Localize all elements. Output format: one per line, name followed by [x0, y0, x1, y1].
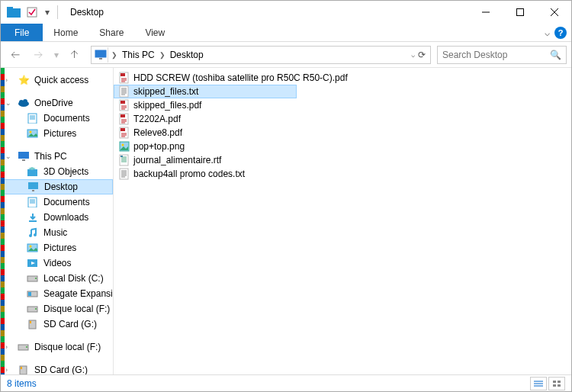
txt-file-icon	[118, 168, 130, 180]
tab-home[interactable]: Home	[43, 24, 88, 41]
separator	[57, 5, 58, 19]
png-file-icon	[118, 140, 130, 153]
sidebar-item-pictures[interactable]: Pictures	[1, 240, 113, 255]
svg-rect-17	[27, 169, 37, 176]
back-button[interactable]: 🡠	[5, 45, 25, 65]
recent-dropdown[interactable]: ▾	[51, 45, 62, 65]
file-row[interactable]: Releve8.pdf	[114, 126, 571, 140]
file-name: journal_alimentaire.rtf	[133, 155, 221, 165]
help-icon[interactable]: ?	[554, 27, 567, 39]
sidebar-item[interactable]: › Disque local (F:)	[1, 339, 113, 355]
svg-rect-16	[22, 159, 25, 161]
sidebar-item-label: 3D Objects	[43, 166, 88, 177]
sidebar-item-desktop[interactable]: Desktop	[1, 179, 113, 194]
file-row[interactable]: pop+top.png	[114, 140, 571, 153]
minimize-button[interactable]	[468, 1, 503, 24]
up-button[interactable]: 🡡	[65, 45, 85, 65]
details-view-button[interactable]	[530, 377, 547, 390]
sidebar-item-videos[interactable]: Videos	[1, 255, 113, 271]
svg-rect-22	[29, 220, 37, 222]
content-body: › ⭐ Quick access ⌄ OneDrive Documents Pi…	[1, 68, 571, 374]
close-button[interactable]	[537, 1, 571, 24]
search-box[interactable]: 🔍	[437, 46, 567, 64]
svg-point-14	[30, 131, 32, 133]
svg-point-23	[29, 234, 32, 237]
thumbnails-view-button[interactable]	[548, 377, 565, 390]
file-name: skipped_files.pdf	[133, 100, 201, 111]
sidebar-item-documents[interactable]: Documents	[1, 194, 113, 210]
sidebar-item-music[interactable]: Music	[1, 225, 113, 240]
monitor-icon	[18, 150, 30, 162]
sidebar-item-sd-card-g-[interactable]: SD Card (G:)	[1, 316, 113, 332]
svg-point-26	[30, 246, 32, 248]
address-dropdown-icon[interactable]: ⌵	[411, 51, 415, 59]
pdf-file-icon	[118, 99, 130, 111]
file-row[interactable]: T2202A.pdf	[114, 112, 571, 126]
svg-rect-19	[28, 182, 38, 189]
chevron-down-icon[interactable]: ⌄	[5, 153, 13, 160]
sidebar-item-label: Videos	[43, 258, 71, 268]
sidebar-item-label: Quick access	[34, 75, 88, 85]
item-icon	[27, 303, 39, 315]
search-input[interactable]	[442, 50, 547, 60]
window-title: Desktop	[70, 7, 104, 18]
chevron-right-icon[interactable]: ›	[5, 343, 13, 351]
sidebar-item[interactable]: › SD Card (G:)	[1, 362, 113, 374]
svg-rect-15	[18, 152, 29, 159]
file-name: T2202A.pdf	[133, 114, 181, 124]
file-row[interactable]: HDD SCREW (toshiba satellite pro R50C R5…	[114, 71, 571, 85]
folder-icon	[5, 4, 22, 21]
svg-point-10	[19, 100, 24, 104]
svg-rect-55	[121, 156, 123, 157]
svg-rect-20	[32, 190, 34, 191]
file-row[interactable]: backup4all promo codes.txt	[114, 167, 571, 181]
tab-view[interactable]: View	[134, 24, 175, 41]
sidebar-item-disque-local-f-[interactable]: Disque local (F:)	[1, 301, 113, 316]
forward-button[interactable]: 🡢	[28, 45, 48, 65]
sidebar-item-downloads[interactable]: Downloads	[1, 210, 113, 225]
chevron-right-icon[interactable]: ›	[5, 76, 13, 84]
address-bar[interactable]: ❯ This PC ❯ Desktop ⌵ ⟳	[91, 46, 431, 64]
breadcrumb-root[interactable]: This PC	[119, 50, 158, 60]
breadcrumb-current[interactable]: Desktop	[167, 50, 207, 60]
item-icon	[27, 272, 39, 284]
tab-file[interactable]: File	[1, 24, 43, 41]
sidebar-this-pc[interactable]: ⌄ This PC	[1, 149, 113, 164]
file-row[interactable]: journal_alimentaire.rtf	[114, 153, 571, 167]
sidebar-quick-access[interactable]: › ⭐ Quick access	[1, 72, 113, 88]
file-list[interactable]: HDD SCREW (toshiba satellite pro R50C R5…	[114, 68, 571, 374]
file-name: skipped_files.txt	[133, 86, 198, 97]
file-row[interactable]: skipped_files.pdf	[114, 98, 571, 112]
folder-icon	[27, 127, 39, 140]
svg-rect-47	[121, 101, 125, 104]
svg-rect-8	[99, 58, 102, 59]
item-icon	[27, 257, 39, 269]
item-icon	[27, 165, 39, 178]
sidebar-onedrive[interactable]: ⌄ OneDrive	[1, 95, 113, 111]
sidebar-item-local-disk-c-[interactable]: Local Disk (C:)	[1, 271, 113, 286]
address-controls: ⌵ ⟳	[408, 50, 429, 60]
file-name: HDD SCREW (toshiba satellite pro R50C R5…	[133, 72, 348, 83]
maximize-button[interactable]	[503, 1, 537, 24]
sidebar-item-seagate-expansi[interactable]: Seagate Expansi	[1, 286, 113, 301]
tab-share[interactable]: Share	[88, 24, 134, 41]
rtf-file-icon	[118, 154, 130, 166]
chevron-right-icon[interactable]: ❯	[110, 51, 119, 59]
file-name: pop+top.png	[133, 141, 185, 152]
sidebar-item-3d-objects[interactable]: 3D Objects	[1, 164, 113, 179]
item-icon	[27, 288, 39, 300]
nav-sidebar[interactable]: › ⭐ Quick access ⌄ OneDrive Documents Pi…	[1, 68, 114, 374]
chevron-down-icon[interactable]: ⌄	[5, 99, 13, 107]
chevron-right-icon[interactable]: ❯	[158, 51, 167, 59]
sidebar-item[interactable]: Pictures	[1, 126, 113, 141]
file-row[interactable]: skipped_files.txt	[114, 85, 297, 98]
refresh-icon[interactable]: ⟳	[418, 50, 426, 60]
search-icon[interactable]: 🔍	[550, 50, 561, 60]
properties-icon[interactable]	[24, 4, 40, 21]
ribbon-expand-icon[interactable]: ⌵	[545, 27, 550, 38]
sidebar-item-label: SD Card (G:)	[34, 365, 88, 374]
qat-dropdown-icon[interactable]: ▾	[42, 4, 53, 21]
sidebar-item[interactable]: Documents	[1, 111, 113, 126]
chevron-right-icon[interactable]: ›	[5, 366, 13, 374]
sidebar-item-label: SD Card (G:)	[43, 319, 97, 329]
